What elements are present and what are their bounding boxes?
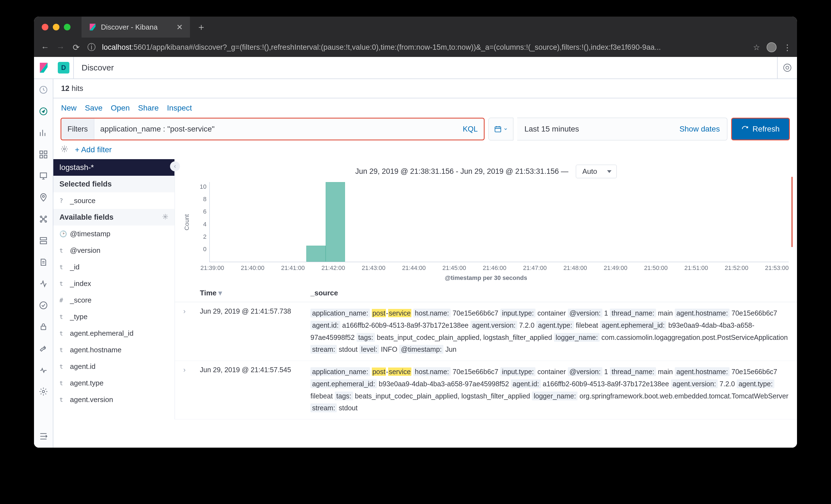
menu-save[interactable]: Save bbox=[85, 103, 103, 113]
canvas-icon[interactable] bbox=[39, 171, 48, 182]
uptime-icon[interactable] bbox=[39, 301, 48, 311]
add-filter-link[interactable]: + Add filter bbox=[75, 145, 112, 154]
kql-toggle[interactable]: KQL bbox=[457, 119, 484, 140]
field-item[interactable]: tagent.id bbox=[53, 358, 174, 375]
col-source[interactable]: _source bbox=[311, 289, 789, 297]
chart-bar[interactable] bbox=[326, 182, 345, 262]
chart-plot[interactable] bbox=[209, 182, 789, 262]
maps-icon[interactable] bbox=[39, 193, 48, 203]
svg-rect-20 bbox=[40, 241, 47, 244]
url-text[interactable]: localhost:5601/app/kibana#/discover?_g=(… bbox=[102, 43, 747, 52]
svg-point-15 bbox=[45, 216, 47, 218]
svg-point-17 bbox=[45, 221, 47, 223]
table-row[interactable]: ›Jun 29, 2019 @ 21:41:57.738application_… bbox=[174, 302, 797, 361]
field-item[interactable]: tagent.ephemeral_id bbox=[53, 325, 174, 342]
svg-point-4 bbox=[784, 64, 791, 71]
main-area: D Discover bbox=[34, 57, 797, 448]
ml-icon[interactable] bbox=[39, 214, 48, 225]
field-item[interactable]: ?_source bbox=[53, 192, 174, 209]
maximize-window-icon[interactable] bbox=[64, 24, 70, 30]
interval-select[interactable]: Auto bbox=[576, 165, 617, 178]
kibana-logo-icon[interactable] bbox=[34, 57, 53, 79]
field-item[interactable]: t_index bbox=[53, 275, 174, 292]
window-controls bbox=[42, 24, 70, 30]
management-icon[interactable] bbox=[39, 387, 48, 397]
expand-row-icon[interactable]: › bbox=[183, 307, 200, 356]
field-filter-gear-icon[interactable] bbox=[162, 213, 168, 221]
field-item[interactable]: t@version bbox=[53, 242, 174, 259]
collapse-rail-icon[interactable] bbox=[39, 432, 48, 442]
svg-point-18 bbox=[42, 218, 44, 220]
field-item[interactable]: tagent.type bbox=[53, 375, 174, 391]
refresh-button[interactable]: Refresh bbox=[731, 118, 790, 140]
close-tab-icon[interactable]: ✕ bbox=[176, 23, 183, 32]
infra-icon[interactable] bbox=[39, 236, 48, 246]
svg-point-25 bbox=[64, 148, 65, 150]
browser-menu-icon[interactable]: ⋮ bbox=[783, 42, 791, 52]
browser-tab[interactable]: Discover - Kibana ✕ bbox=[82, 17, 190, 37]
back-icon[interactable]: ← bbox=[40, 42, 50, 52]
filter-row: + Add filter bbox=[53, 140, 797, 159]
svg-point-13 bbox=[42, 195, 44, 197]
bookmark-icon[interactable]: ☆ bbox=[753, 43, 760, 52]
logs-icon[interactable] bbox=[39, 258, 48, 268]
breadcrumb: Discover bbox=[73, 57, 122, 79]
expand-row-icon[interactable]: › bbox=[183, 366, 200, 414]
field-item[interactable]: t_id bbox=[53, 259, 174, 275]
dashboard-icon[interactable] bbox=[39, 150, 48, 160]
svg-point-14 bbox=[40, 216, 42, 218]
chart-bar[interactable] bbox=[306, 246, 326, 262]
devtools-icon[interactable] bbox=[39, 344, 48, 354]
query-input[interactable] bbox=[94, 119, 457, 140]
svg-point-23 bbox=[42, 390, 45, 393]
svg-rect-10 bbox=[40, 155, 42, 158]
new-tab-icon[interactable]: ＋ bbox=[197, 21, 206, 33]
svg-point-5 bbox=[786, 66, 789, 69]
filter-settings-icon[interactable] bbox=[61, 145, 68, 155]
close-window-icon[interactable] bbox=[42, 24, 48, 30]
index-pattern[interactable]: logstash-* bbox=[53, 159, 174, 176]
query-bar: Filters KQL bbox=[61, 118, 485, 140]
recent-icon[interactable] bbox=[39, 85, 48, 96]
profile-avatar-icon[interactable] bbox=[767, 42, 777, 52]
siem-icon[interactable] bbox=[39, 322, 48, 333]
date-quick-select[interactable] bbox=[488, 118, 513, 140]
table-row[interactable]: ›Jun 29, 2019 @ 21:41:57.545application_… bbox=[174, 361, 797, 419]
menu-open[interactable]: Open bbox=[111, 103, 130, 113]
svg-point-26 bbox=[165, 216, 166, 217]
show-dates-link[interactable]: Show dates bbox=[680, 125, 720, 134]
monitoring-icon[interactable] bbox=[39, 365, 48, 376]
visualize-icon[interactable] bbox=[39, 128, 48, 139]
field-item[interactable]: tagent.version bbox=[53, 391, 174, 408]
collapse-sidebar-icon[interactable]: ‹ bbox=[170, 161, 180, 171]
svg-rect-22 bbox=[41, 326, 46, 330]
kibana-favicon-icon bbox=[89, 23, 96, 31]
discover-icon[interactable] bbox=[39, 107, 48, 117]
header-help-icon[interactable] bbox=[777, 57, 797, 79]
field-item[interactable]: 🕑@timestamp bbox=[53, 226, 174, 242]
header-bar: D Discover bbox=[34, 57, 797, 79]
table-header: Time ▾ _source bbox=[174, 284, 797, 302]
apm-icon[interactable] bbox=[39, 279, 48, 290]
fields-sidebar: ‹ logstash-* Selected fields ?_source Av… bbox=[53, 159, 174, 448]
svg-rect-19 bbox=[40, 238, 47, 240]
field-item[interactable]: t_type bbox=[53, 308, 174, 325]
top-menu: New Save Open Share Inspect bbox=[53, 98, 797, 118]
field-item[interactable]: tagent.hostname bbox=[53, 342, 174, 358]
browser-window: Discover - Kibana ✕ ＋ ← → ⟳ ⓘ localhost:… bbox=[34, 17, 797, 448]
discover-body: ‹ logstash-* Selected fields ?_source Av… bbox=[53, 159, 797, 448]
minimize-window-icon[interactable] bbox=[53, 24, 59, 30]
site-info-icon[interactable]: ⓘ bbox=[87, 42, 96, 52]
filters-button[interactable]: Filters bbox=[61, 119, 94, 140]
menu-inspect[interactable]: Inspect bbox=[167, 103, 192, 113]
col-time[interactable]: Time ▾ bbox=[200, 289, 311, 297]
menu-new[interactable]: New bbox=[61, 103, 77, 113]
y-axis: 1086420 bbox=[193, 182, 209, 262]
x-axis-label: @timestamp per 30 seconds bbox=[183, 274, 789, 281]
field-item[interactable]: #_score bbox=[53, 292, 174, 308]
date-range[interactable]: Last 15 minutes Show dates bbox=[517, 118, 727, 140]
reload-icon[interactable]: ⟳ bbox=[71, 42, 81, 52]
space-selector[interactable]: D bbox=[54, 57, 73, 79]
forward-icon[interactable]: → bbox=[56, 42, 65, 52]
menu-share[interactable]: Share bbox=[138, 103, 159, 113]
